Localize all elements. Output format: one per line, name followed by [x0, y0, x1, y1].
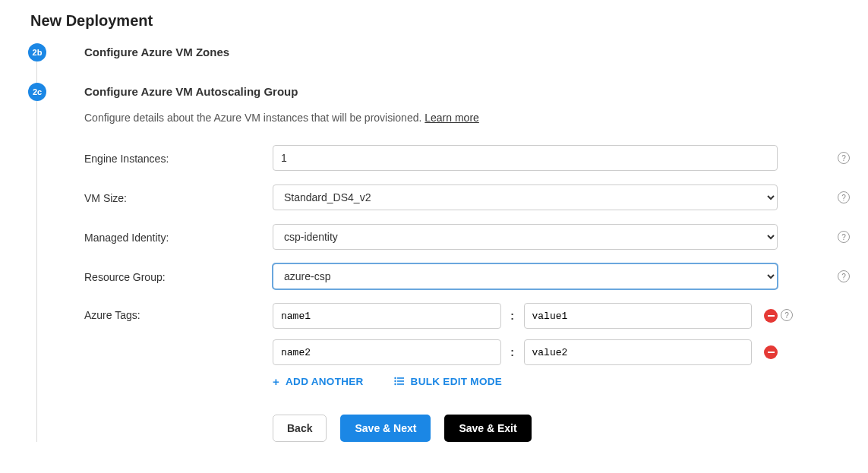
- step-2b: 2b Configure Azure VM Zones: [37, 43, 853, 61]
- help-icon[interactable]: ?: [781, 309, 793, 321]
- engine-instances-input[interactable]: [273, 145, 778, 171]
- row-resource-group: Resource Group: azure-csp ?: [84, 263, 853, 289]
- tag-actions: + ADD ANOTHER: [273, 376, 778, 387]
- svg-rect-5: [397, 383, 404, 385]
- managed-identity-select[interactable]: csp-identity: [273, 224, 778, 250]
- remove-tag-button[interactable]: [764, 345, 778, 359]
- tag-name-input[interactable]: [273, 339, 501, 365]
- row-engine-instances: Engine Instances: ?: [84, 145, 853, 171]
- add-another-label: ADD ANOTHER: [286, 376, 364, 387]
- list-icon: [394, 376, 405, 387]
- step-2b-title: Configure Azure VM Zones: [84, 43, 853, 61]
- tag-value-input[interactable]: [524, 339, 753, 365]
- label-managed-identity: Managed Identity:: [84, 230, 273, 244]
- step-2c: 2c Configure Azure VM Autoscaling Group …: [37, 83, 853, 442]
- tag-row: :: [273, 339, 778, 365]
- svg-rect-3: [397, 380, 404, 382]
- label-engine-instances: Engine Instances:: [84, 151, 273, 165]
- azure-tags-rows: : : + ADD ANOTHER: [273, 303, 778, 442]
- svg-rect-1: [397, 377, 404, 379]
- svg-point-4: [394, 383, 396, 385]
- vm-size-select[interactable]: Standard_DS4_v2: [273, 184, 778, 210]
- minus-icon: [768, 352, 775, 353]
- step-badge-2b: 2b: [28, 43, 46, 61]
- help-icon[interactable]: ?: [838, 270, 850, 282]
- label-resource-group: Resource Group:: [84, 270, 273, 283]
- resource-group-select[interactable]: azure-csp: [273, 263, 778, 289]
- tag-value-input[interactable]: [524, 303, 753, 329]
- svg-point-0: [394, 377, 396, 379]
- form-buttons: Back Save & Next Save & Exit: [273, 415, 778, 442]
- back-button[interactable]: Back: [273, 415, 327, 442]
- bulk-edit-button[interactable]: BULK EDIT MODE: [394, 376, 502, 387]
- row-azure-tags: Azure Tags: : :: [84, 303, 853, 442]
- step-2c-title: Configure Azure VM Autoscaling Group: [84, 83, 853, 101]
- tag-name-input[interactable]: [273, 303, 501, 329]
- row-managed-identity: Managed Identity: csp-identity ?: [84, 224, 853, 250]
- help-icon[interactable]: ?: [838, 152, 850, 164]
- remove-tag-button[interactable]: [764, 309, 778, 323]
- plus-icon: +: [273, 376, 279, 387]
- label-vm-size: VM Size:: [84, 191, 273, 204]
- page-title: New Deployment: [30, 12, 853, 30]
- save-next-button[interactable]: Save & Next: [340, 415, 431, 442]
- tag-separator: :: [510, 310, 515, 322]
- minus-icon: [768, 315, 775, 317]
- save-exit-button[interactable]: Save & Exit: [444, 415, 531, 442]
- help-icon[interactable]: ?: [838, 231, 850, 243]
- step-2c-desc-text: Configure details about the Azure VM ins…: [84, 112, 421, 124]
- learn-more-link[interactable]: Learn more: [425, 112, 479, 124]
- autoscaling-form: Engine Instances: ? VM Size: Standard_DS…: [84, 145, 853, 442]
- row-vm-size: VM Size: Standard_DS4_v2 ?: [84, 184, 853, 210]
- step-badge-2c: 2c: [28, 83, 46, 101]
- bulk-edit-label: BULK EDIT MODE: [411, 376, 502, 387]
- help-icon[interactable]: ?: [838, 191, 850, 203]
- svg-point-2: [394, 380, 396, 382]
- tag-row: :: [273, 303, 778, 329]
- add-another-button[interactable]: + ADD ANOTHER: [273, 376, 364, 387]
- label-azure-tags: Azure Tags:: [84, 303, 273, 321]
- steps-timeline: 2b Configure Azure VM Zones 2c Configure…: [36, 43, 853, 442]
- step-2c-desc: Configure details about the Azure VM ins…: [84, 112, 853, 124]
- tag-separator: :: [510, 346, 515, 358]
